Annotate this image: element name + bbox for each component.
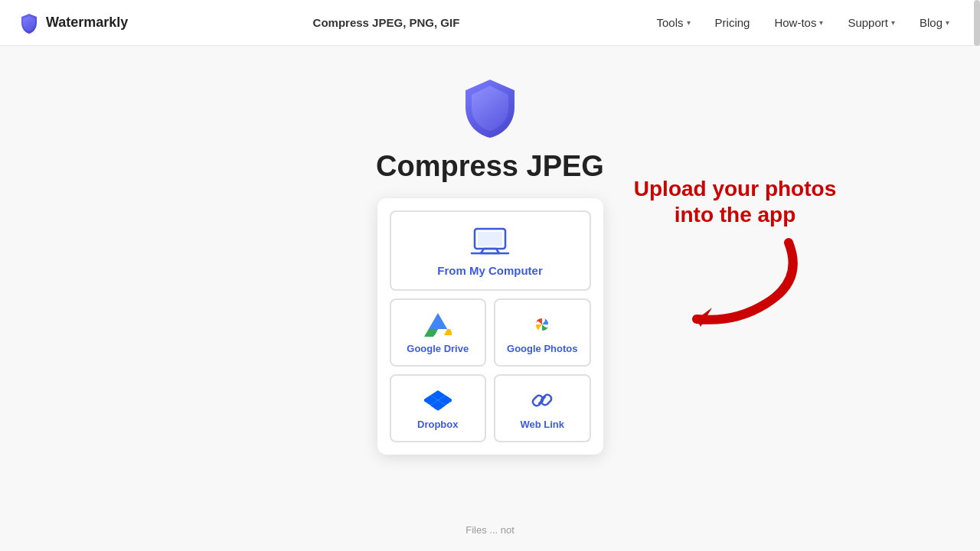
dropbox-button[interactable]: Dropbox	[390, 374, 487, 442]
app-logo-icon	[459, 77, 521, 138]
web-link-button[interactable]: Web Link	[494, 374, 591, 442]
computer-icon	[470, 227, 510, 258]
nav-howtos[interactable]: How-tos ▾	[762, 0, 835, 46]
svg-rect-1	[478, 232, 502, 246]
tools-chevron-icon: ▾	[687, 18, 691, 27]
google-photos-button[interactable]: Google Photos	[494, 298, 591, 367]
dropbox-icon	[424, 386, 452, 414]
nav-blog[interactable]: Blog ▾	[907, 0, 962, 46]
google-photos-icon	[528, 311, 556, 338]
google-photos-label: Google Photos	[507, 343, 577, 354]
web-link-icon	[528, 386, 556, 414]
navbar: Watermarkly Compress JPEG, PNG, GIF Tool…	[0, 0, 980, 46]
navbar-links: Tools ▾ Pricing How-tos ▾ Support ▾ Blog…	[645, 0, 962, 46]
google-drive-label: Google Drive	[407, 343, 469, 354]
page-title: Compress JPEG	[376, 150, 604, 183]
howtos-chevron-icon: ▾	[819, 18, 823, 27]
google-drive-icon	[424, 311, 452, 338]
from-computer-label: From My Computer	[437, 264, 543, 277]
from-computer-button[interactable]: From My Computer	[390, 210, 591, 291]
main-content: Compress JPEG From My Computer	[0, 46, 980, 551]
brand[interactable]: Watermarkly	[18, 12, 128, 34]
navbar-page-title: Compress JPEG, PNG, GIF	[313, 16, 460, 29]
google-drive-button[interactable]: Google Drive	[390, 298, 487, 367]
arrow-container	[612, 235, 858, 342]
scrollbar[interactable]	[974, 0, 980, 46]
annotation: Upload your photos into the app	[612, 176, 858, 342]
blog-chevron-icon: ▾	[946, 18, 949, 27]
red-arrow-icon	[651, 235, 819, 334]
dropbox-label: Dropbox	[417, 419, 458, 430]
nav-tools[interactable]: Tools ▾	[645, 0, 703, 46]
support-chevron-icon: ▾	[891, 18, 895, 27]
brand-name: Watermarkly	[46, 15, 128, 31]
nav-support[interactable]: Support ▾	[835, 0, 907, 46]
files-disclaimer: Files ... not	[466, 524, 514, 536]
upload-panel: From My Computer Google Dri	[377, 198, 603, 455]
brand-shield-icon	[18, 12, 40, 34]
annotation-text: Upload your photos into the app	[612, 176, 858, 227]
source-grid: Google Drive Google Photos	[390, 298, 591, 442]
web-link-label: Web Link	[520, 419, 564, 430]
nav-pricing[interactable]: Pricing	[703, 0, 763, 46]
